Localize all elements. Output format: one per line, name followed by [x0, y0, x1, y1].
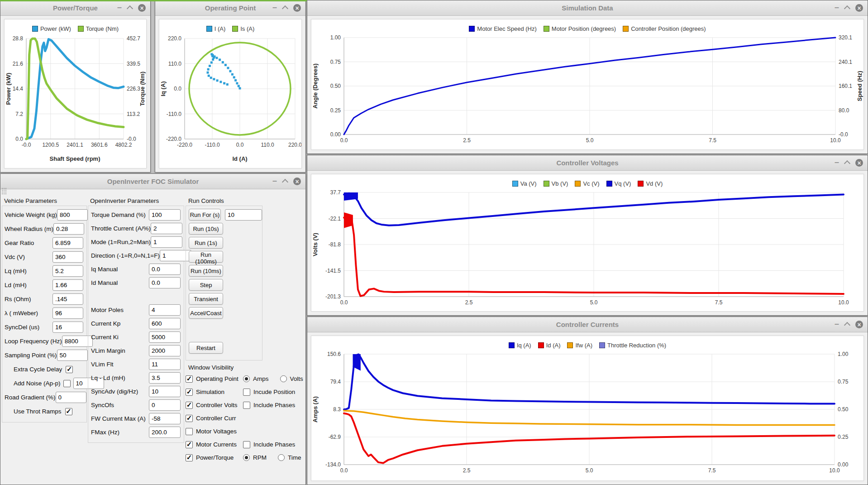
close-icon[interactable] [293, 178, 301, 185]
param-input[interactable] [149, 331, 181, 343]
param-input[interactable] [52, 279, 83, 291]
param-input[interactable] [149, 264, 181, 275]
close-icon[interactable] [855, 321, 863, 328]
restore-icon[interactable] [844, 322, 850, 328]
main-titlebar[interactable]: OpenInverter FOC Simulator [0, 174, 305, 189]
run-controls-group: Run For (s)Run (10s)Run (1s)Run (100ms)R… [186, 206, 262, 360]
param-input[interactable] [52, 293, 83, 305]
visibility-label: Simulation [196, 389, 243, 395]
param-input[interactable] [149, 413, 181, 424]
close-icon[interactable] [855, 159, 863, 167]
param-input[interactable] [151, 236, 182, 248]
close-icon[interactable] [293, 4, 301, 12]
param-row: FW Current Max (A) [91, 412, 181, 425]
unselected-radio[interactable] [280, 375, 287, 382]
param-input[interactable] [57, 209, 88, 221]
param-input[interactable] [149, 209, 181, 221]
selected-radio[interactable] [243, 375, 250, 382]
step-button[interactable]: Step [189, 279, 223, 291]
restore-icon[interactable] [282, 179, 288, 185]
transient-button[interactable]: Transient [189, 293, 223, 305]
close-icon[interactable] [855, 4, 863, 12]
param-row: Use Throt Ramps [5, 404, 83, 418]
checked-checkbox[interactable] [186, 415, 193, 422]
vehicle-parameters-heading: Vehicle Parameters [4, 197, 57, 204]
minimize-icon[interactable] [835, 320, 839, 328]
param-input[interactable] [52, 307, 83, 319]
run-for-seconds-input[interactable] [225, 209, 262, 221]
controller-currents-chart: 150.679.48.3-62.9-134.01.000.750.500.250… [311, 351, 864, 481]
svg-text:14.4: 14.4 [13, 86, 24, 92]
svg-text:0.50: 0.50 [838, 406, 849, 413]
power-torque-chart-card: Power (kW)Torque (Nm) 28.821.614.47.20.0… [4, 19, 147, 168]
minimize-icon[interactable] [117, 3, 122, 11]
unchecked-checkbox[interactable] [186, 428, 193, 435]
param-label: Current Ki [91, 334, 149, 341]
minimize-icon[interactable] [272, 177, 277, 185]
param-input[interactable] [149, 318, 181, 329]
visibility-extra: Include Phases [243, 441, 305, 448]
svg-text:-0.0: -0.0 [127, 136, 136, 142]
run-for-button[interactable]: Run For (s) [189, 209, 221, 221]
param-input[interactable] [149, 386, 181, 397]
svg-text:10.0: 10.0 [829, 467, 840, 474]
unchecked-checkbox[interactable] [243, 441, 250, 448]
run-10s-button[interactable]: Run (10s) [189, 223, 223, 235]
param-row: Current Ki [91, 330, 181, 344]
param-input[interactable] [151, 223, 182, 234]
checked-checkbox[interactable] [186, 402, 193, 409]
minimize-icon[interactable] [272, 3, 277, 11]
restore-icon[interactable] [844, 5, 850, 12]
restore-icon[interactable] [127, 5, 133, 12]
operating-point-titlebar[interactable]: Operating Point [155, 0, 305, 16]
param-input[interactable] [149, 427, 181, 438]
checked-checkbox[interactable] [186, 389, 193, 396]
param-input[interactable] [149, 277, 181, 288]
param-input[interactable] [57, 350, 88, 361]
simulation-data-titlebar[interactable]: Simulation Data [307, 0, 868, 16]
checked-checkbox[interactable] [66, 366, 73, 373]
unchecked-checkbox[interactable] [243, 389, 250, 396]
param-input[interactable] [53, 223, 84, 235]
param-input[interactable] [149, 372, 181, 384]
minimize-icon[interactable] [835, 158, 839, 166]
legend-swatch [206, 26, 212, 32]
run-10ms-button[interactable]: Run (10ms) [189, 265, 223, 277]
controller-voltages-titlebar[interactable]: Controller Voltages [307, 155, 868, 171]
param-input[interactable] [149, 345, 181, 356]
param-input[interactable] [52, 237, 83, 249]
restart-button[interactable]: Restart [189, 342, 223, 354]
controller-currents-titlebar[interactable]: Controller Currents [307, 317, 868, 332]
selected-radio[interactable] [243, 454, 250, 461]
param-input[interactable] [52, 265, 83, 277]
window-visibility-heading: Window Visibility [188, 364, 234, 371]
svg-text:-141.5: -141.5 [325, 268, 341, 274]
param-input[interactable] [149, 359, 181, 370]
minimize-icon[interactable] [835, 3, 839, 11]
run-1s-button[interactable]: Run (1s) [189, 237, 223, 249]
legend-label: Vc (V) [583, 180, 599, 187]
close-icon[interactable] [138, 4, 146, 12]
param-input[interactable] [149, 304, 181, 316]
unchecked-checkbox[interactable] [63, 380, 71, 387]
power-torque-titlebar[interactable]: Power/Torque [0, 0, 150, 16]
unchecked-checkbox[interactable] [243, 402, 250, 409]
run-100ms-button[interactable]: Run (100ms) [189, 251, 223, 263]
unselected-radio[interactable] [278, 454, 285, 461]
extra-check-label: Incude Position [253, 389, 295, 395]
svg-text:3601.6: 3601.6 [91, 142, 108, 148]
checked-checkbox[interactable] [65, 408, 72, 415]
param-input[interactable] [52, 251, 83, 263]
legend-swatch [606, 181, 612, 187]
toolbar-grip[interactable] [1, 187, 7, 195]
param-input[interactable] [52, 322, 83, 333]
checked-checkbox[interactable] [186, 375, 193, 383]
checked-checkbox[interactable] [186, 441, 193, 448]
restore-icon[interactable] [282, 5, 288, 12]
legend-swatch [32, 26, 38, 32]
param-input[interactable] [56, 392, 86, 403]
param-input[interactable] [149, 399, 181, 411]
checked-checkbox[interactable] [186, 454, 193, 461]
restore-icon[interactable] [844, 160, 850, 167]
accel-coast-button[interactable]: Accel/Coast [189, 307, 223, 319]
